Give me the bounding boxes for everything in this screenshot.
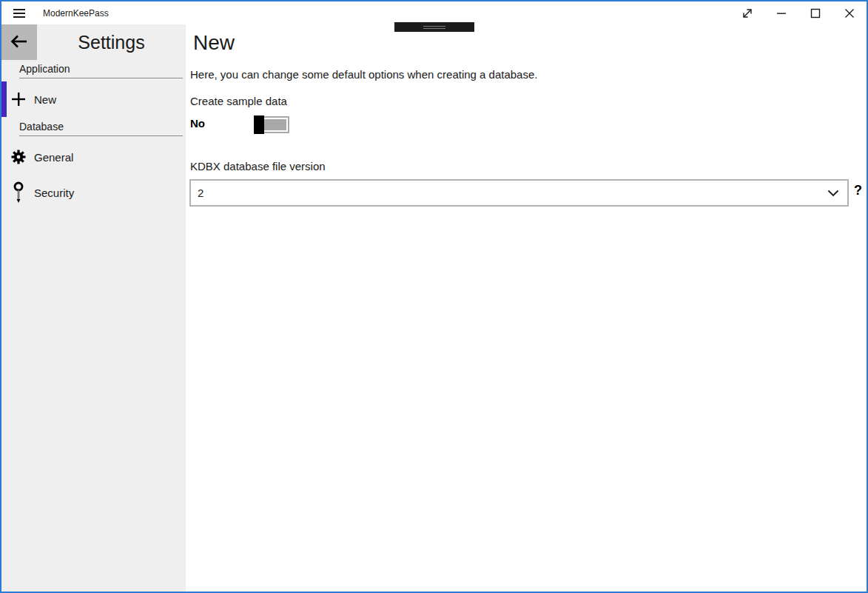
close-button[interactable] xyxy=(832,1,867,24)
grip-line xyxy=(423,26,445,27)
kdbx-help-button[interactable]: ? xyxy=(854,183,862,198)
sidebar-item-security[interactable]: Security xyxy=(1,175,186,210)
window-controls xyxy=(730,1,867,24)
settings-pane-title: Settings xyxy=(37,24,186,60)
toggle-state-text: No xyxy=(190,117,205,130)
settings-sidebar: Settings Application New Database xyxy=(1,24,186,592)
chevron-down-icon xyxy=(827,190,839,197)
fullscreen-icon xyxy=(742,8,753,19)
gear-icon xyxy=(11,150,26,164)
minimize-button[interactable] xyxy=(764,1,798,24)
drag-handle[interactable] xyxy=(394,22,474,32)
app-title: ModernKeePass xyxy=(43,8,109,19)
create-sample-data-label: Create sample data xyxy=(190,95,287,107)
sidebar-item-label: Security xyxy=(34,187,74,199)
app-body: Settings Application New Database xyxy=(1,24,867,592)
kdbx-version-dropdown[interactable]: 2 xyxy=(189,179,849,207)
page-title: New xyxy=(193,31,235,55)
title-bar: ModernKeePass xyxy=(1,1,867,24)
plus-icon xyxy=(11,92,26,107)
settings-page-new: New Here, you can change some default op… xyxy=(186,24,867,592)
maximize-icon xyxy=(810,8,821,19)
section-header-database: Database xyxy=(19,121,183,136)
back-arrow-icon xyxy=(10,35,28,50)
app-window: ModernKeePass xyxy=(0,0,868,593)
create-sample-data-toggle[interactable] xyxy=(254,116,289,133)
fullscreen-button[interactable] xyxy=(730,1,764,24)
sidebar-item-label: General xyxy=(34,151,73,164)
sidebar-item-general[interactable]: General xyxy=(1,139,186,175)
close-icon xyxy=(844,8,855,19)
back-button[interactable] xyxy=(1,24,37,60)
grip-line xyxy=(423,28,445,29)
toggle-thumb xyxy=(254,115,264,134)
key-icon xyxy=(11,185,26,200)
section-header-application: Application xyxy=(19,63,183,78)
maximize-button[interactable] xyxy=(798,1,832,24)
sidebar-item-label: New xyxy=(34,93,56,106)
page-description: Here, you can change some default option… xyxy=(190,68,537,81)
dropdown-selected-value: 2 xyxy=(191,187,827,199)
minimize-icon xyxy=(776,8,787,19)
hamburger-icon xyxy=(13,9,25,18)
hamburger-menu-button[interactable] xyxy=(1,1,37,24)
kdbx-version-label: KDBX database file version xyxy=(190,160,326,172)
sidebar-item-new[interactable]: New xyxy=(1,81,186,117)
